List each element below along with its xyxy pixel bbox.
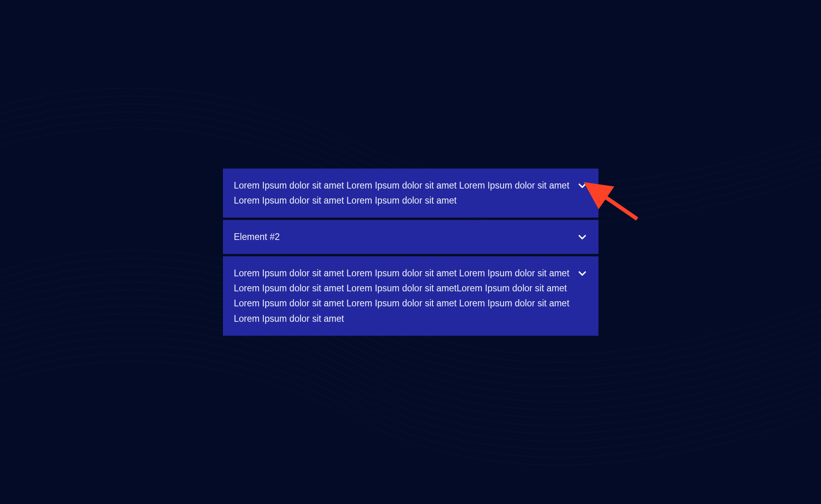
- accordion-item-1[interactable]: Lorem Ipsum dolor sit amet Lorem Ipsum d…: [223, 168, 598, 217]
- accordion-item-3[interactable]: Lorem Ipsum dolor sit amet Lorem Ipsum d…: [223, 256, 598, 336]
- accordion-item-label: Element #2: [234, 229, 571, 244]
- accordion: Lorem Ipsum dolor sit amet Lorem Ipsum d…: [223, 168, 598, 336]
- accordion-item-2[interactable]: Element #2: [223, 220, 598, 254]
- svg-line-1: [602, 194, 637, 219]
- chevron-down-icon: [577, 268, 587, 278]
- accordion-item-label: Lorem Ipsum dolor sit amet Lorem Ipsum d…: [234, 178, 571, 208]
- chevron-down-icon: [577, 180, 587, 191]
- chevron-down-icon: [577, 232, 587, 242]
- accordion-item-label: Lorem Ipsum dolor sit amet Lorem Ipsum d…: [234, 266, 571, 326]
- annotation-arrow: [593, 189, 644, 225]
